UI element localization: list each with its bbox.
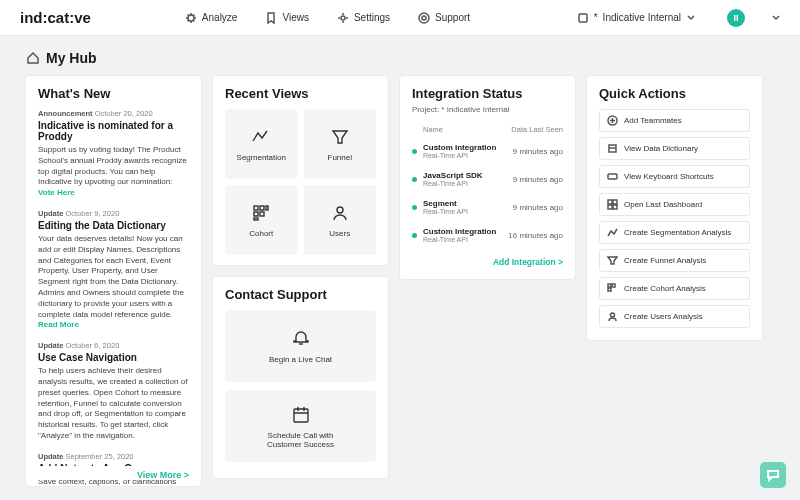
news-list: Announcement October 20, 2020 Indicative… [38,109,189,489]
svg-rect-8 [254,212,258,216]
nav-support-label: Support [435,12,470,23]
project-name: Indicative Internal [603,12,681,23]
status-dot [412,177,417,182]
nav-views[interactable]: Views [265,12,309,24]
nav-items: Analyze Views Settings Support [185,12,553,24]
quick-actions-title: Quick Actions [599,86,750,101]
main: What's New Announcement October 20, 2020… [0,76,800,500]
svg-rect-17 [613,200,617,204]
whats-new-title: What's New [38,86,189,101]
svg-rect-21 [612,284,615,287]
users-icon [607,311,618,322]
recent-views-card: Recent Views Segmentation Funnel Cohort … [213,76,388,265]
settings-icon [337,12,349,24]
status-dot [412,205,417,210]
svg-rect-7 [266,206,268,210]
chevron-down-icon [686,13,695,22]
svg-point-2 [419,13,429,23]
recent-tile-segmentation[interactable]: Segmentation [225,109,298,179]
integration-row: SegmentReal-Time API 9 minutes ago [412,193,563,221]
help-fab[interactable] [760,462,786,488]
integration-card: Integration Status Project: * Indicative… [400,76,575,279]
qa-keyboard-shortcuts[interactable]: View Keyboard Shortcuts [599,165,750,188]
qa-create-users[interactable]: Create Users Analysis [599,305,750,328]
gear-icon [185,12,197,24]
project-icon [577,12,589,24]
support-tile-schedule[interactable]: Schedule Call with Customer Success [225,390,376,462]
nav-settings-label: Settings [354,12,390,23]
news-link[interactable]: Vote Here [38,188,75,197]
recent-views-title: Recent Views [225,86,376,101]
svg-rect-12 [294,409,308,422]
svg-rect-19 [613,205,617,209]
nav-support[interactable]: Support [418,12,470,24]
qa-open-dashboard[interactable]: Open Last Dashboard [599,193,750,216]
svg-rect-15 [608,174,617,179]
recent-tile-funnel[interactable]: Funnel [304,109,377,179]
keyboard-icon [607,171,618,182]
svg-rect-4 [579,14,587,22]
qa-create-funnel[interactable]: Create Funnel Analysis [599,249,750,272]
integration-row: JavaScript SDKReal-Time API 9 minutes ag… [412,165,563,193]
svg-rect-9 [260,212,264,216]
segmentation-icon [607,227,618,238]
qa-add-teammates[interactable]: Add Teammates [599,109,750,132]
qa-data-dictionary[interactable]: View Data Dictionary [599,137,750,160]
svg-rect-10 [254,218,258,220]
bell-icon [290,328,312,350]
logo: ind:cat:ve [20,9,91,26]
home-icon [26,51,40,65]
status-dot [412,233,417,238]
project-selector[interactable]: * Indicative Internal [577,12,695,24]
nav-analyze[interactable]: Analyze [185,12,238,24]
nav-settings[interactable]: Settings [337,12,390,24]
cohort-icon [607,283,618,294]
chat-icon [766,468,780,482]
recent-tile-cohort[interactable]: Cohort [225,185,298,255]
nav-views-label: Views [282,12,309,23]
news-item: Update October 9, 2020 Editing the Data … [38,209,189,331]
top-nav: ind:cat:ve Analyze Views Settings Suppor… [0,0,800,36]
nav-analyze-label: Analyze [202,12,238,23]
svg-rect-6 [260,206,264,210]
svg-point-23 [611,313,615,317]
funnel-icon [330,127,350,147]
whats-new-card: What's New Announcement October 20, 2020… [26,76,201,486]
news-item: Update October 6, 2020 Use Case Navigati… [38,341,189,442]
project-prefix: * [594,12,598,23]
view-more-link[interactable]: View More > [38,466,189,480]
integration-row: Custom IntegrationReal-Time API 16 minut… [412,221,563,249]
integration-subtitle: Project: * Indicative Internal [412,105,563,114]
qa-create-cohort[interactable]: Create Cohort Analysis [599,277,750,300]
support-icon [418,12,430,24]
integration-header: Name Data Last Seen [412,122,563,137]
svg-point-3 [422,16,426,20]
hub-header: My Hub [0,36,800,76]
svg-point-1 [341,16,345,20]
qa-create-segmentation[interactable]: Create Segmentation Analysis [599,221,750,244]
segmentation-icon [251,127,271,147]
recent-tile-users[interactable]: Users [304,185,377,255]
svg-rect-22 [608,288,611,291]
dashboard-icon [607,199,618,210]
add-integration-link[interactable]: Add Integration > [412,257,563,267]
quick-actions-card: Quick Actions Add Teammates View Data Di… [587,76,762,340]
contact-support-title: Contact Support [225,287,376,302]
plus-circle-icon [607,115,618,126]
chevron-down-icon[interactable] [771,13,780,22]
calendar-icon [290,404,312,426]
bookmark-icon [265,12,277,24]
avatar[interactable]: II [727,9,745,27]
cohort-icon [251,203,271,223]
hub-title: My Hub [46,50,97,66]
svg-point-11 [337,207,343,213]
users-icon [330,203,350,223]
support-tile-chat[interactable]: Begin a Live Chat [225,310,376,382]
integration-row: Custom IntegrationReal-Time API 9 minute… [412,137,563,165]
dictionary-icon [607,143,618,154]
contact-support-card: Contact Support Begin a Live Chat Schedu… [213,277,388,478]
status-dot [412,149,417,154]
news-link[interactable]: Read More [38,320,79,329]
svg-rect-5 [254,206,258,210]
integration-title: Integration Status [412,86,563,101]
